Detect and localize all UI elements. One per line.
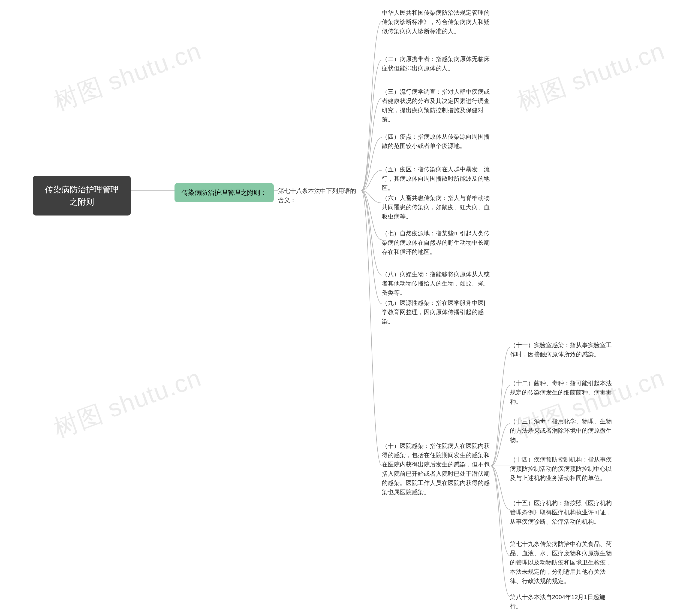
watermark: 树图 shutu.cn — [513, 34, 669, 118]
definition-subitem[interactable]: （十一）实验室感染：指从事实验室工作时，因接触病原体所致的感染。 — [510, 341, 613, 359]
level2-label: 第七十八条本法中下列用语的含义： — [278, 187, 356, 203]
level2-node[interactable]: 第七十八条本法中下列用语的含义： — [278, 186, 361, 205]
definition-subitem[interactable]: 第八十条本法自2004年12月1日起施行。 — [510, 592, 613, 611]
definition-subitem[interactable]: （十二）菌种、毒种：指可能引起本法规定的传染病发生的细菌菌种、病毒毒种。 — [510, 379, 613, 406]
definition-item[interactable]: （五）疫区：指传染病在人群中暴发、流行，其病原体向周围播散时所能波及的地区。 — [382, 165, 491, 192]
definition-text: （六）人畜共患传染病：指人与脊椎动物共同罹患的传染病，如鼠疫、狂犬病、血吸虫病等… — [382, 195, 490, 220]
root-node[interactable]: 传染病防治护理管理之附则 — [33, 176, 131, 215]
definition-text: （十一）实验室感染：指从事实验室工作时，因接触病原体所致的感染。 — [510, 342, 612, 358]
definition-text: 第七十九条传染病防治中有关食品、药品、血液、水、医疗废物和病原微生物的管理以及动… — [510, 541, 612, 584]
definition-item[interactable]: （六）人畜共患传染病：指人与脊椎动物共同罹患的传染病，如鼠疫、狂犬病、血吸虫病等… — [382, 194, 491, 221]
definition-text: （五）疫区：指传染病在人群中暴发、流行，其病原体向周围播散时所能波及的地区。 — [382, 166, 490, 191]
definition-item[interactable]: （八）病媒生物：指能够将病原体从人或者其他动物传播给人的生物，如蚊、蝇、蚤类等。 — [382, 270, 491, 298]
definition-text: （二）病原携带者：指感染病原体无临床症状但能排出病原体的人。 — [382, 56, 490, 72]
definition-text: （十）医院感染：指住院病人在医院内获得的感染，包括在住院期间发生的感染和在医院内… — [382, 442, 490, 496]
level1-node[interactable]: 传染病防治护理管理之附则： — [174, 183, 274, 202]
level1-label: 传染病防治护理管理之附则： — [182, 189, 267, 196]
definition-text: （十三）消毒：指用化学、物理、生物的方法杀灭或者消除环境中的病原微生物。 — [510, 418, 612, 443]
definition-subitem[interactable]: 第七十九条传染病防治中有关食品、药品、血液、水、医疗废物和病原微生物的管理以及动… — [510, 540, 613, 586]
definition-text: （七）自然疫源地：指某些可引起人类传染病的病原体在自然界的野生动物中长期存在和循… — [382, 230, 490, 255]
definition-item[interactable]: （七）自然疫源地：指某些可引起人类传染病的病原体在自然界的野生动物中长期存在和循… — [382, 229, 491, 257]
definition-subitem[interactable]: （十三）消毒：指用化学、物理、生物的方法杀灭或者消除环境中的病原微生物。 — [510, 417, 613, 445]
definition-item[interactable]: （九）医源性感染：指在医学服务中医|学教育网整理，因病原体传播引起的感染。 — [382, 298, 491, 326]
definition-text: （三）流行病学调查：指对人群中疾病或者健康状况的分布及其决定因素进行调查研究，提… — [382, 88, 490, 123]
definition-item[interactable]: （三）流行病学调查：指对人群中疾病或者健康状况的分布及其决定因素进行调查研究，提… — [382, 87, 491, 124]
definition-text: （八）病媒生物：指能够将病原体从人或者其他动物传播给人的生物，如蚊、蝇、蚤类等。 — [382, 271, 490, 296]
definition-text: （十四）疾病预防控制机构：指从事疾病预防控制活动的疾病预防控制中心以及与上述机构… — [510, 456, 612, 482]
definition-item-ten[interactable]: （十）医院感染：指住院病人在医院内获得的感染，包括在住院期间发生的感染和在医院内… — [382, 441, 491, 497]
definition-text: （九）医源性感染：指在医学服务中医|学教育网整理，因病原体传播引起的感染。 — [382, 299, 485, 325]
definition-subitem[interactable]: （十四）疾病预防控制机构：指从事疾病预防控制活动的疾病预防控制中心以及与上述机构… — [510, 455, 613, 483]
definition-text: （十二）菌种、毒种：指可能引起本法规定的传染病发生的细菌菌种、病毒毒种。 — [510, 380, 612, 405]
definition-text: （十五）医疗机构：指按照《医疗机构管理条例》取得医疗机构执业许可证，从事疾病诊断… — [510, 500, 612, 525]
definition-item[interactable]: （二）病原携带者：指感染病原体无临床症状但能排出病原体的人。 — [382, 55, 491, 73]
definition-item[interactable]: （四）疫点：指病原体从传染源向周围播散的范围较小或者单个疫源地。 — [382, 132, 491, 151]
definition-text: 中华人民共和国传染病防治法规定管理的传染病诊断标准》，符合传染病病人和疑似传染病… — [382, 9, 490, 34]
definition-item[interactable]: 中华人民共和国传染病防治法规定管理的传染病诊断标准》，符合传染病病人和疑似传染病… — [382, 8, 491, 36]
root-label: 传染病防治护理管理之附则 — [45, 185, 118, 206]
definition-text: 第八十条本法自2004年12月1日起施行。 — [510, 594, 605, 610]
watermark: 树图 shutu.cn — [49, 361, 206, 445]
watermark: 树图 shutu.cn — [49, 34, 206, 118]
definition-text: （四）疫点：指病原体从传染源向周围播散的范围较小或者单个疫源地。 — [382, 133, 490, 149]
definition-subitem[interactable]: （十五）医疗机构：指按照《医疗机构管理条例》取得医疗机构执业许可证，从事疾病诊断… — [510, 499, 613, 526]
